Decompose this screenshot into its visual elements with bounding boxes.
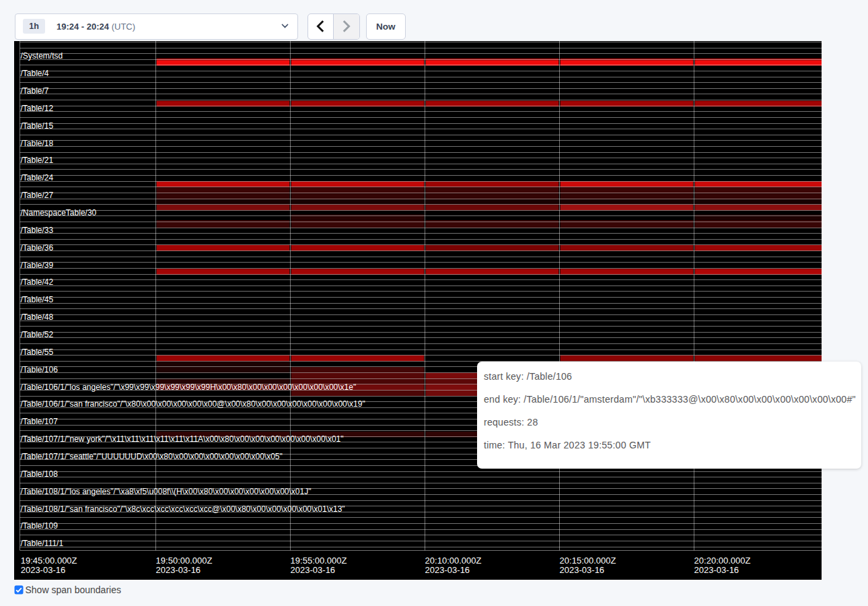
svg-text:/Table/106: /Table/106 xyxy=(21,365,59,374)
svg-text:/Table/111/1: /Table/111/1 xyxy=(21,539,64,548)
svg-text:/Table/109: /Table/109 xyxy=(21,521,59,531)
svg-text:/Table/52: /Table/52 xyxy=(21,330,54,339)
svg-text:/Table/4: /Table/4 xyxy=(21,69,49,78)
svg-text:/Table/108/1/"san francisco"/": /Table/108/1/"san francisco"/"\x8c\xcc\x… xyxy=(21,504,345,514)
svg-text:/NamespaceTable/30: /NamespaceTable/30 xyxy=(21,208,97,217)
svg-text:/Table/45: /Table/45 xyxy=(21,295,54,304)
svg-text:/Table/107: /Table/107 xyxy=(21,417,59,426)
svg-text:/Table/15: /Table/15 xyxy=(21,121,54,131)
svg-text:/Table/106/1/"los angeles"/"\x: /Table/106/1/"los angeles"/"\x99\x99\x99… xyxy=(21,382,357,392)
svg-text:/Table/39: /Table/39 xyxy=(21,261,54,270)
svg-text:2023-03-16: 2023-03-16 xyxy=(21,565,66,575)
svg-text:/System/tsd: /System/tsd xyxy=(21,51,63,61)
svg-text:2023-03-16: 2023-03-16 xyxy=(291,565,336,575)
svg-text:2023-03-16: 2023-03-16 xyxy=(156,565,201,575)
svg-text:/Table/107/1/"seattle"/"UUUUUU: /Table/107/1/"seattle"/"UUUUUUD\x00\x80\… xyxy=(21,452,283,461)
svg-text:/Table/21: /Table/21 xyxy=(21,156,54,165)
svg-text:/Table/33: /Table/33 xyxy=(21,226,54,235)
svg-text:/Table/108: /Table/108 xyxy=(21,469,59,479)
svg-text:/Table/18: /Table/18 xyxy=(21,139,54,148)
svg-text:/Table/108/1/"los angeles"/"\x: /Table/108/1/"los angeles"/"\xa8\xf5\u00… xyxy=(21,487,312,496)
svg-text:/Table/27: /Table/27 xyxy=(21,191,54,200)
svg-text:/Table/55: /Table/55 xyxy=(21,347,54,357)
svg-text:/Table/24: /Table/24 xyxy=(21,173,54,182)
svg-text:/Table/7: /Table/7 xyxy=(21,86,49,96)
svg-text:/Table/36: /Table/36 xyxy=(21,243,54,252)
svg-text:/Table/12: /Table/12 xyxy=(21,104,54,113)
svg-text:2023-03-16: 2023-03-16 xyxy=(560,565,605,575)
svg-text:/Table/107/1/"new york"/"\x11\: /Table/107/1/"new york"/"\x11\x11\x11\x1… xyxy=(21,434,344,444)
svg-text:/Table/42: /Table/42 xyxy=(21,277,54,287)
svg-text:/Table/48: /Table/48 xyxy=(21,312,54,322)
svg-text:2023-03-16: 2023-03-16 xyxy=(694,565,739,575)
svg-text:2023-03-16: 2023-03-16 xyxy=(425,565,470,575)
svg-text:/Table/106/1/"san francisco"/": /Table/106/1/"san francisco"/"\x80\x00\x… xyxy=(21,399,365,409)
